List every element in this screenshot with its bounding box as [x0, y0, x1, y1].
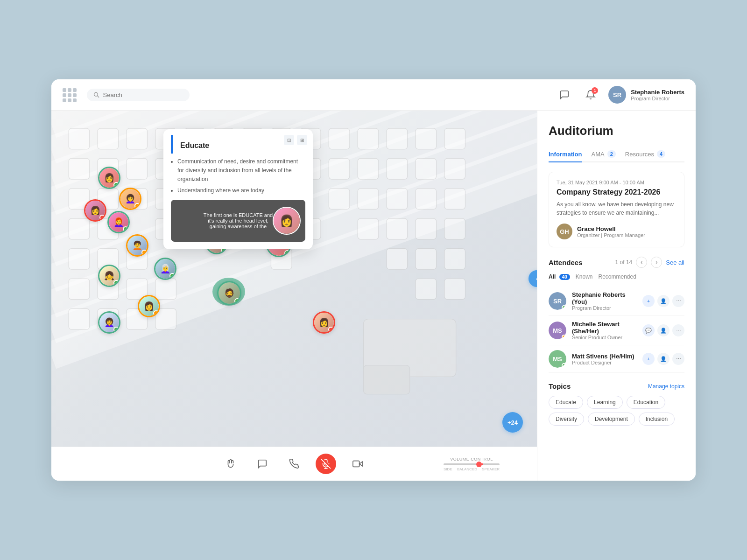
- svg-rect-68: [364, 365, 410, 394]
- attendee-13[interactable]: 👩: [313, 311, 335, 334]
- organizer-role: Organizer | Program Manager: [577, 232, 645, 238]
- app-grid-icon[interactable]: [63, 88, 76, 101]
- attendee-action-profile-2[interactable]: 👤: [657, 324, 669, 336]
- volume-speaker-label: SPEAKER: [482, 467, 500, 471]
- chat-button[interactable]: [252, 454, 273, 474]
- event-organizer: GH Grace Howell Organizer | Program Mana…: [557, 224, 677, 239]
- svg-rect-26: [387, 158, 408, 179]
- svg-rect-24: [329, 158, 350, 179]
- attendee-title-2: Senior Product Owner: [572, 335, 637, 340]
- attendee-action-profile-1[interactable]: 👤: [657, 295, 669, 307]
- attendee-action-connect-1[interactable]: +: [642, 295, 655, 307]
- volume-balanced-label: BALANCED: [457, 467, 477, 471]
- filter-known[interactable]: Known: [576, 273, 593, 280]
- attendee-action-more-2[interactable]: ⋯: [672, 324, 684, 336]
- attendee-action-connect-3[interactable]: +: [642, 353, 655, 365]
- topic-tag-1[interactable]: Learning: [587, 396, 623, 409]
- attendee-info-3: Matt Stivens (He/Him) Product Designer: [572, 353, 637, 365]
- event-description: As you all know, we have been developing…: [557, 200, 677, 217]
- attendee-title-3: Product Designer: [572, 360, 637, 365]
- tab-ama[interactable]: AMA 2: [592, 147, 616, 162]
- phone-button[interactable]: [284, 454, 304, 474]
- svg-rect-12: [358, 128, 379, 149]
- manage-topics-link[interactable]: Manage topics: [648, 383, 684, 390]
- attendee-list: SR Stephanie Roberts (You) Program Direc…: [549, 287, 684, 373]
- attendees-prev-button[interactable]: ‹: [636, 257, 647, 268]
- main-content: // Will be rendered via inline SVG appro…: [51, 111, 696, 481]
- attendee-8[interactable]: 👩: [84, 199, 106, 222]
- topic-tag-4[interactable]: Development: [588, 413, 635, 426]
- tab-information[interactable]: Information: [549, 147, 582, 162]
- topic-tag-0[interactable]: Educate: [549, 396, 583, 409]
- ama-badge: 2: [607, 150, 616, 158]
- messages-button[interactable]: [556, 86, 573, 103]
- attendee-5[interactable]: 👩‍🦰: [107, 211, 130, 233]
- mic-button[interactable]: [316, 454, 336, 474]
- attendee-actions-2: 💬 👤 ⋯: [642, 324, 684, 336]
- event-title: Company Strategy 2021-2026: [557, 188, 677, 196]
- attendee-action-more-3[interactable]: ⋯: [672, 353, 684, 365]
- attendee-filter: All 40 Known Recommended: [549, 273, 684, 280]
- see-all-link[interactable]: See all: [666, 259, 684, 266]
- more-attendees-badge[interactable]: +24: [502, 412, 523, 433]
- top-bar: 1 SR Stephanie Roberts Program Director: [51, 79, 696, 111]
- attendee-action-profile-3[interactable]: 👤: [657, 353, 669, 365]
- attendee-status-1: [562, 305, 566, 310]
- svg-rect-54: [387, 249, 408, 270]
- attendee-avatar-3: MS: [549, 350, 566, 368]
- popup-video[interactable]: The first one is EDUCATE and it's really…: [171, 200, 305, 242]
- tabs-bar: Information AMA 2 Resources 4: [549, 147, 684, 162]
- svg-rect-56: [444, 249, 465, 270]
- filter-all[interactable]: All 40: [549, 273, 570, 280]
- raise-hand-button[interactable]: [220, 454, 241, 474]
- search-input[interactable]: [103, 91, 183, 98]
- svg-rect-2: [69, 128, 90, 149]
- volume-labels: SIDE BALANCED SPEAKER: [444, 467, 500, 471]
- attendee-actions-3: + 👤 ⋯: [642, 353, 684, 365]
- volume-side-label: SIDE: [444, 467, 452, 471]
- attendee-11[interactable]: 👩: [138, 295, 160, 317]
- svg-rect-16: [69, 158, 90, 179]
- volume-control: VOLUME CONTROL SIDE BALANCED SPEAKER: [444, 457, 500, 471]
- attendee-selected[interactable]: 🧔: [217, 281, 241, 305]
- popup-bullet-1: Communication of need, desire and commit…: [177, 157, 305, 184]
- attendees-next-button[interactable]: ›: [651, 257, 662, 268]
- attendee-6[interactable]: 🧑‍🦱: [126, 234, 148, 257]
- attendee-7[interactable]: 👧: [98, 265, 120, 287]
- event-date: Tue, 31 May 2021 9:00 AM - 10:00 AM: [557, 180, 677, 185]
- tab-resources[interactable]: Resources 4: [625, 147, 665, 162]
- attendee-1[interactable]: 👩: [98, 167, 120, 189]
- attendee-10[interactable]: 👩‍🦳: [154, 258, 176, 280]
- svg-rect-39: [444, 189, 465, 210]
- search-box[interactable]: [87, 89, 190, 101]
- all-count-badge: 40: [559, 274, 570, 280]
- volume-slider[interactable]: [444, 463, 500, 465]
- bottom-toolbar: VOLUME CONTROL SIDE BALANCED SPEAKER: [51, 447, 537, 481]
- popup-controls: ⊡ ⊞: [284, 135, 307, 145]
- svg-rect-46: [358, 218, 379, 239]
- attendee-actions-1: + 👤 ⋯: [642, 295, 684, 307]
- svg-rect-18: [127, 158, 148, 179]
- filter-recommended[interactable]: Recommended: [599, 273, 636, 280]
- popup-minimize-button[interactable]: ⊡: [284, 135, 294, 145]
- topic-tag-2[interactable]: Education: [627, 396, 665, 409]
- svg-rect-13: [387, 128, 408, 149]
- volume-label: VOLUME CONTROL: [450, 457, 493, 462]
- attendee-12[interactable]: 👩‍🦱: [98, 311, 120, 334]
- topic-tag-3[interactable]: Diversity: [549, 413, 584, 426]
- camera-button[interactable]: [347, 454, 368, 474]
- user-role: Program Director: [631, 96, 684, 101]
- svg-rect-60: [155, 279, 176, 300]
- topic-tag-5[interactable]: Inclusion: [639, 413, 675, 426]
- svg-rect-55: [416, 249, 437, 270]
- chat-icon: [559, 90, 570, 100]
- attendee-action-connect-2[interactable]: 💬: [642, 324, 655, 336]
- notifications-button[interactable]: 1: [582, 86, 599, 103]
- attendee-action-more-1[interactable]: ⋯: [672, 295, 684, 307]
- svg-rect-63: [69, 308, 90, 329]
- popup-expand-button[interactable]: ⊞: [297, 135, 307, 145]
- attendee-2[interactable]: 👩‍🦱: [119, 188, 141, 210]
- attendees-page: 1 of 14: [615, 259, 633, 266]
- attendee-avatar-1: SR: [549, 292, 566, 310]
- svg-rect-47: [387, 218, 408, 239]
